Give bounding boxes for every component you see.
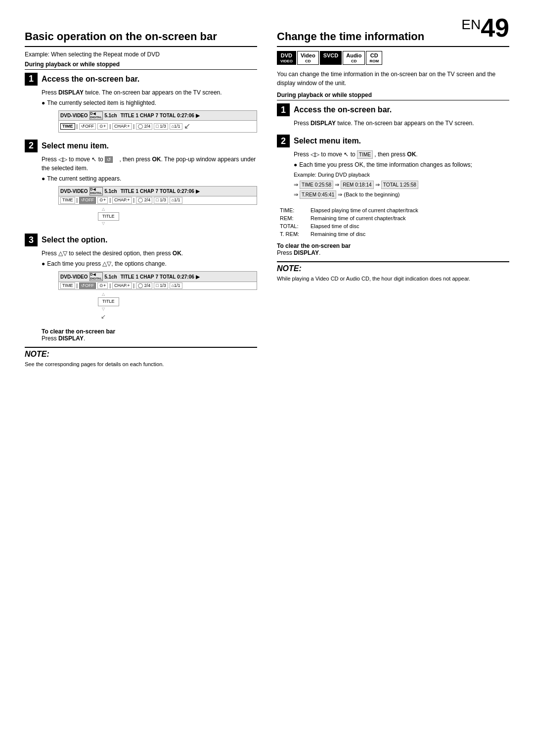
left-step1-title: Access the on-screen bar. [42, 75, 139, 84]
right-step2-header: 2 Select menu item. [277, 135, 509, 147]
right-step1: 1 Access the on-screen bar. Press DISPLA… [277, 103, 509, 128]
arrow-seq-2: ⇒ T.REM 0:45:41 ⇒ (Back to the beginning… [294, 190, 509, 199]
left-step3-header: 3 Select the option. [25, 234, 257, 246]
right-step1-body1: Press DISPLAY twice. The on-screen bar a… [294, 119, 509, 128]
onscreen-bar-1: DVD-VIDEO D◀DIGITAL 5.1ch TITLE 1 CHAP 7… [58, 110, 257, 133]
popup-box-title: TITLE [98, 212, 119, 221]
table-row: REM: Remaining time of current chapter/t… [278, 215, 508, 222]
dolby-badge: D◀DIGITAL [89, 111, 103, 120]
left-note: NOTE: See the corresponding pages for de… [25, 347, 257, 368]
right-to-clear-body: Press DISPLAY. [277, 249, 509, 256]
time-table: TIME: Elapsed playing time of current ch… [277, 206, 509, 238]
popup-box-title-3: TITLE [98, 297, 119, 306]
two-col-layout: Basic operation on the on-screen bar Exa… [25, 30, 509, 368]
en-label: EN [461, 18, 481, 32]
right-note-title: NOTE: [277, 261, 509, 273]
right-step2-bullet1: ● Each time you press OK, the time infor… [294, 160, 509, 169]
left-step1-header: 1 Access the on-screen bar. [25, 73, 257, 86]
badge-audio-cd: Audio CD [343, 51, 365, 65]
bar-popup-2: △ TITLE ▽ [58, 206, 257, 227]
left-step2-body: Press ◁▷ to move ↖ to ↺ , then press OK.… [42, 155, 257, 227]
left-to-clear-body: Press DISPLAY. [42, 335, 257, 342]
bar-row1-1: DVD-VIDEO D◀DIGITAL 5.1ch TITLE 1 CHAP 7… [59, 111, 257, 121]
left-step1-bullet1: ● The currently selected item is highlig… [42, 98, 257, 107]
left-step3-body1: Press △▽ to select the desired option, t… [42, 249, 257, 258]
left-step2-number: 2 [25, 140, 38, 152]
bar-row2-3: TIME | ↺OFF ⊙+ | CHAP.+ | ◯ 2/4 □ 1/3 ⌂1… [59, 282, 257, 290]
badge-cd-rom: CD ROM [366, 51, 382, 65]
onscreen-bar-3: DVD-VIDEO D◀DIGITAL 5.1ch TITLE 1 CHAP 7… [58, 271, 257, 290]
bar-row2-1: TIME | ↺OFF ⊙+ | CHAP.+ | ◯ 2/4 □ 1/3 ⌂1… [59, 121, 257, 132]
right-step1-title: Access the on-screen bar. [294, 105, 392, 114]
table-row: TIME: Elapsed playing time of current ch… [278, 207, 508, 214]
bar-row1-3: DVD-VIDEO D◀DIGITAL 5.1ch TITLE 1 CHAP 7… [59, 272, 257, 282]
left-to-clear: To clear the on-screen bar Press DISPLAY… [42, 328, 257, 342]
left-step3-title: Select the option. [42, 236, 107, 244]
left-note-body: See the corresponding pages for details … [25, 361, 257, 368]
right-step2: 2 Select menu item. Press ◁▷ to move ↖ t… [277, 135, 509, 199]
dolby-badge-2: D◀DIGITAL [89, 187, 103, 195]
left-step3-number: 3 [25, 234, 38, 246]
example-line: Example: During DVD playback [294, 171, 509, 179]
right-note: NOTE: While playing a Video CD or Audio … [277, 261, 509, 283]
right-to-clear: To clear the on-screen bar Press DISPLAY… [277, 242, 509, 256]
left-step2: 2 Select menu item. Press ◁▷ to move ↖ t… [25, 140, 257, 227]
badge-dvd-video: DVD VIDEO [277, 51, 296, 65]
left-step3: 3 Select the option. Press △▽ to select … [25, 234, 257, 321]
table-row: T. REM: Remaining time of disc [278, 231, 508, 237]
left-step3-bullet1: ● Each time you press △▽, the options ch… [42, 259, 257, 268]
cursor-1: ↙ [184, 121, 190, 132]
bar-row1-2: DVD-VIDEO D◀DIGITAL 5.1ch TITLE 1 CHAP 7… [59, 187, 257, 196]
right-to-clear-title: To clear the on-screen bar [277, 242, 509, 249]
left-section-subtitle: Example: When selecting the Repeat mode … [25, 51, 257, 58]
left-step2-header: 2 Select menu item. [25, 140, 257, 152]
bar-row2-2: TIME | ↺OFF ⊙+ | CHAP.+ | ◯ 2/4 □ 1/3 ⌂1… [59, 196, 257, 204]
right-note-body: While playing a Video CD or Audio CD, th… [277, 275, 509, 283]
right-step1-body: Press DISPLAY twice. The on-screen bar a… [294, 119, 509, 128]
left-step1-number: 1 [25, 73, 38, 86]
left-step1: 1 Access the on-screen bar. Press DISPLA… [25, 73, 257, 133]
left-step2-title: Select menu item. [42, 142, 109, 150]
left-step3-body: Press △▽ to select the desired option, t… [42, 249, 257, 321]
page-container: EN49 Basic operation on the on-screen ba… [0, 0, 534, 756]
left-step1-body: Press DISPLAY twice. The on-screen bar a… [42, 88, 257, 133]
left-step2-body1: Press ◁▷ to move ↖ to ↺ , then press OK.… [42, 155, 257, 173]
right-step2-body: Press ◁▷ to move ↖ to TIME , then press … [294, 150, 509, 199]
page-number: EN49 [461, 15, 509, 41]
right-during-label: During playback or while stopped [277, 92, 509, 100]
bar-popup-3: △ TITLE ▽ ↙ [58, 291, 257, 321]
right-step2-body1: Press ◁▷ to move ↖ to TIME , then press … [294, 150, 509, 159]
right-step2-title: Select menu item. [294, 137, 361, 145]
right-intro: You can change the time information in t… [277, 70, 509, 88]
right-step1-number: 1 [277, 103, 290, 116]
arrow-seq-1: ⇒ TIME 0:25:58 ⇒ REM 0:18:14 ⇒ TOTAL 1:2… [294, 181, 509, 189]
media-badges: DVD VIDEO Video CD SVCD Audio CD CD ROM [277, 51, 509, 65]
onscreen-bar-2: DVD-VIDEO D◀DIGITAL 5.1ch TITLE 1 CHAP 7… [58, 186, 257, 205]
table-row: TOTAL: Elapsed time of disc [278, 223, 508, 230]
right-column: Change the time information DVD VIDEO Vi… [277, 30, 509, 368]
bullet-dot: ● [42, 98, 45, 107]
dolby-badge-3: D◀DIGITAL [89, 272, 103, 281]
left-column: Basic operation on the on-screen bar Exa… [25, 30, 257, 368]
left-note-title: NOTE: [25, 347, 257, 359]
right-step2-number: 2 [277, 135, 290, 147]
left-during-label: During playback or while stopped [25, 61, 257, 70]
left-step1-body1: Press DISPLAY twice. The on-screen bar a… [42, 88, 257, 97]
left-to-clear-title: To clear the on-screen bar [42, 328, 257, 335]
badge-video-cd: Video CD [297, 51, 319, 65]
badge-svcd: SVCD [320, 51, 342, 65]
left-section-title: Basic operation on the on-screen bar [25, 30, 257, 47]
left-step2-bullet1: ● The current setting appears. [42, 174, 257, 183]
right-step1-header: 1 Access the on-screen bar. [277, 103, 509, 116]
cursor-3: ↙ [101, 312, 106, 321]
